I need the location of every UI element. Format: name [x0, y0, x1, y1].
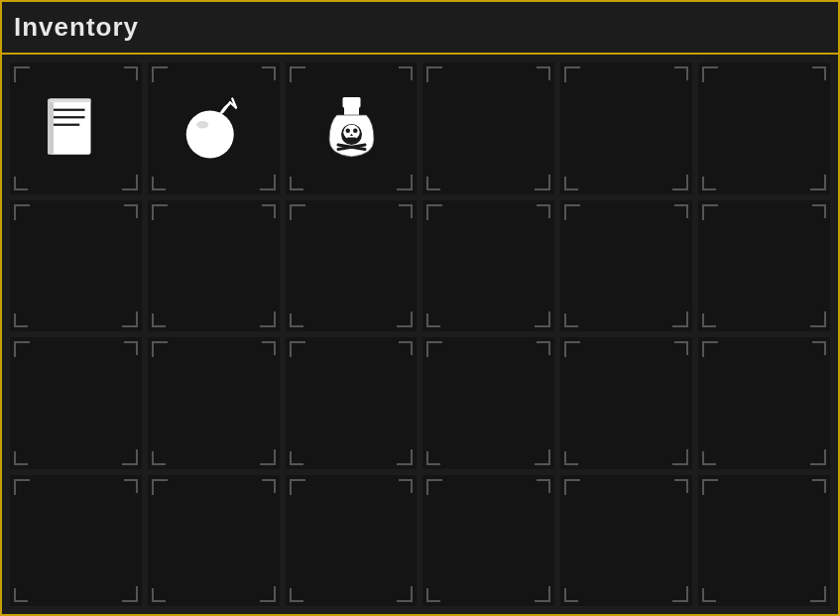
inventory-slot[interactable] — [698, 62, 830, 194]
poison-icon — [299, 75, 404, 181]
svg-rect-1 — [48, 98, 54, 154]
inventory-slot[interactable] — [422, 475, 554, 607]
inventory-slot[interactable] — [148, 62, 280, 194]
svg-rect-17 — [347, 137, 356, 140]
inventory-slot[interactable] — [10, 475, 142, 607]
inventory-slot[interactable] — [698, 475, 830, 607]
inventory-grid — [2, 55, 838, 614]
svg-rect-11 — [342, 97, 360, 108]
inventory-title: Inventory — [14, 12, 139, 43]
inventory-slot[interactable] — [286, 200, 418, 332]
inventory-slot[interactable] — [148, 337, 280, 469]
inventory-slot[interactable] — [10, 62, 142, 194]
inventory-slot[interactable] — [286, 475, 418, 607]
inventory-slot[interactable] — [286, 337, 418, 469]
svg-point-10 — [196, 121, 208, 129]
inventory-slot[interactable] — [698, 337, 830, 469]
inventory-slot[interactable] — [422, 337, 554, 469]
bomb-icon — [161, 75, 266, 181]
inventory-slot[interactable] — [560, 200, 692, 332]
svg-point-16 — [353, 128, 358, 133]
inventory-slot[interactable] — [148, 475, 280, 607]
inventory-slot[interactable] — [560, 62, 692, 194]
inventory-slot[interactable] — [560, 475, 692, 607]
svg-rect-12 — [344, 106, 359, 115]
svg-rect-0 — [50, 98, 90, 154]
svg-point-15 — [345, 128, 350, 133]
svg-point-9 — [185, 110, 233, 158]
svg-rect-2 — [50, 98, 90, 102]
inventory-slot[interactable] — [560, 337, 692, 469]
inventory-slot[interactable] — [286, 62, 418, 194]
inventory-slot[interactable] — [698, 200, 830, 332]
inventory-slot[interactable] — [10, 200, 142, 332]
inventory-header: Inventory — [2, 2, 838, 55]
inventory-slot[interactable] — [422, 200, 554, 332]
inventory-slot[interactable] — [148, 200, 280, 332]
book-icon — [23, 75, 128, 181]
inventory-slot[interactable] — [10, 337, 142, 469]
inventory-window: Inventory — [0, 0, 840, 616]
inventory-slot[interactable] — [422, 62, 554, 194]
